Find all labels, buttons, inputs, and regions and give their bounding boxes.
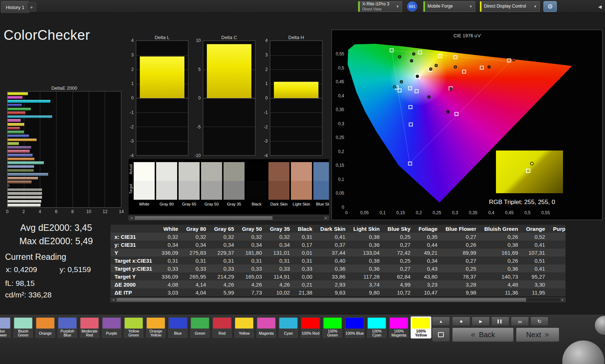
deltae-x-tick-label: 12 bbox=[103, 209, 107, 214]
table-scrollbar[interactable]: ◄ ► bbox=[110, 297, 566, 302]
swatch-blue-sky[interactable]: Blue Sky bbox=[313, 162, 329, 208]
delta-h-tick-label: 3 bbox=[265, 52, 268, 58]
delta-h-ticks: 43210-1-2-3-4 bbox=[260, 41, 269, 156]
chevron-down-icon: ▼ bbox=[468, 5, 475, 8]
tab-history-1[interactable]: History 1 bbox=[1, 1, 29, 13]
cie-measured-dot bbox=[412, 52, 416, 55]
next-button[interactable]: Next » bbox=[516, 327, 559, 342]
swatch-scrollbar[interactable]: ◄ ► bbox=[129, 216, 329, 220]
results-table-row: ΔE ITP3,034,045,997,7310,0221,389,639,80… bbox=[110, 288, 566, 296]
results-table-cell: 0,31 bbox=[210, 257, 238, 264]
patch-blue[interactable]: Blue bbox=[167, 316, 188, 339]
patch-100-cyan[interactable]: 100% Cyan bbox=[366, 316, 387, 339]
patch-cyan[interactable]: Cyan bbox=[278, 316, 299, 339]
patch-blue-flower[interactable]: Blue Flower bbox=[0, 316, 12, 339]
back-button[interactable]: « Back bbox=[452, 327, 514, 342]
deltae-bar-row-dark-skin bbox=[8, 181, 121, 183]
swatch-gray-80[interactable]: Gray 80 bbox=[156, 162, 177, 208]
results-table-cell: 0,33 bbox=[182, 264, 210, 272]
current-cdm2: cd/m²: 336,28 bbox=[5, 291, 51, 299]
swatch-white[interactable]: White bbox=[134, 162, 155, 208]
swatch-black[interactable]: Black bbox=[246, 162, 267, 208]
swatch-target-color bbox=[291, 181, 312, 200]
cie-title: CIE 1976 u'v' bbox=[332, 33, 603, 38]
reading-count-badge: 691 bbox=[407, 1, 417, 12]
back-chevron-icon: « bbox=[471, 330, 475, 339]
patch-100-yellow[interactable]: 100% Yellow bbox=[410, 316, 431, 339]
page-up-button[interactable]: ▲ bbox=[432, 317, 450, 326]
results-table-body: x: CIE310,320,320,320,320,320,310,410,38… bbox=[110, 233, 566, 296]
meter-dropdown[interactable]: X-Rite i1Pro 3 Direct View ▼ bbox=[358, 1, 402, 12]
results-table-cell: 181,80 bbox=[238, 249, 266, 257]
results-table-cell: 0,36 bbox=[316, 264, 349, 272]
scroll-left-arrow[interactable]: ◄ bbox=[111, 298, 116, 302]
results-table-cell: 0,43 bbox=[414, 264, 442, 272]
results-table-cell: 3,03 bbox=[158, 288, 182, 296]
patch-yellow-green[interactable]: Yellow Green bbox=[123, 316, 144, 339]
scroll-left-arrow[interactable]: ◄ bbox=[129, 216, 134, 220]
patch-100-blue[interactable]: 100% Blue bbox=[344, 316, 365, 339]
swatch-dark-skin[interactable]: Dark Skin bbox=[268, 162, 289, 208]
delta-l-tick-label: -2 bbox=[130, 124, 134, 130]
results-table-cell: 0,00 bbox=[294, 272, 316, 280]
cie-measured-dot bbox=[427, 95, 431, 98]
swatch-label: White bbox=[134, 200, 155, 208]
scroll-right-arrow[interactable]: ► bbox=[560, 298, 565, 302]
patch-yellow[interactable]: Yellow bbox=[234, 316, 255, 339]
loop-button[interactable]: ∞ bbox=[511, 317, 529, 326]
display-control-dropdown[interactable]: Direct Display Control ▼ bbox=[480, 1, 540, 12]
patch-100-red[interactable]: 100% Red bbox=[300, 316, 321, 339]
swatch-scrollbar-thumb[interactable] bbox=[135, 216, 272, 220]
deltae-bar-row-orange-yellow bbox=[8, 139, 121, 141]
swatch-gray-65[interactable]: Gray 65 bbox=[179, 162, 200, 208]
results-table-cell: 0,41 bbox=[316, 233, 349, 241]
play-button[interactable]: ▶ bbox=[472, 317, 490, 326]
patch-label: Orange bbox=[35, 329, 55, 338]
settings-button[interactable]: ⚙ bbox=[543, 1, 557, 12]
results-table-cell: 5,99 bbox=[210, 288, 238, 296]
swatch-gray-50[interactable]: Gray 50 bbox=[201, 162, 222, 208]
patch-purple[interactable]: Purple bbox=[101, 316, 122, 339]
patch-bluish-green[interactable]: Bluish Green bbox=[13, 316, 34, 339]
chevron-up-icon: ▲ bbox=[439, 319, 443, 323]
swatch-target-color bbox=[224, 181, 245, 200]
results-table-column-header: Black bbox=[294, 225, 316, 233]
results-table-row-label: ΔE 2000 bbox=[110, 280, 158, 288]
patch-100-magenta[interactable]: 100% Magenta bbox=[388, 316, 409, 339]
scroll-right-arrow[interactable]: ► bbox=[324, 216, 329, 220]
swatch-label: Blue Sky bbox=[313, 200, 329, 208]
pause-button[interactable]: ▌▌ bbox=[491, 317, 509, 326]
patch-100-green[interactable]: 100% Green bbox=[322, 316, 343, 339]
new-tab-button[interactable]: + bbox=[27, 2, 36, 12]
page-title: ColorChecker bbox=[4, 27, 90, 43]
results-table-cell: 4,04 bbox=[182, 288, 210, 296]
collapse-panel-button[interactable]: ◀ bbox=[596, 3, 604, 10]
cie-target-square bbox=[462, 70, 466, 74]
swatch-light-skin[interactable]: Light Skin bbox=[291, 162, 312, 208]
results-table-cell: 39,50 bbox=[549, 272, 566, 280]
delta-h-tick-label: -1 bbox=[264, 110, 268, 115]
swatch-gray-35[interactable]: Gray 35 bbox=[224, 162, 245, 208]
layout-button[interactable] bbox=[432, 327, 450, 342]
patch-red[interactable]: Red bbox=[212, 316, 233, 339]
deltae-bar bbox=[8, 139, 37, 141]
patch-magenta[interactable]: Magenta bbox=[256, 316, 277, 339]
patch-orange-yellow[interactable]: Orange Yellow bbox=[145, 316, 166, 339]
table-scrollbar-thumb[interactable] bbox=[117, 298, 526, 301]
patch-moderate-red[interactable]: Moderate Red bbox=[79, 316, 100, 339]
cie-target-square bbox=[455, 112, 459, 116]
delta-h-tick-label: 0 bbox=[265, 96, 268, 101]
delta-c-tick-label: 5 bbox=[198, 67, 201, 72]
cie-y-tick-label: 0,05 bbox=[332, 191, 344, 196]
deltae-bar bbox=[8, 161, 44, 164]
refresh-button[interactable]: ↻ bbox=[530, 317, 548, 326]
source-dropdown[interactable]: Mobile Forge ▼ bbox=[423, 1, 475, 12]
results-table-cell: 11,95 bbox=[522, 288, 549, 296]
patch-orange[interactable]: Orange bbox=[35, 316, 56, 339]
patch-green[interactable]: Green bbox=[189, 316, 210, 339]
stop-button[interactable]: ■ bbox=[452, 317, 470, 326]
delta-l-tick-label: -1 bbox=[130, 110, 134, 115]
patch-color-swatch bbox=[390, 318, 408, 329]
patch-purplish-blue[interactable]: Purplish Blue bbox=[57, 316, 78, 339]
results-table-cell: 4,26 bbox=[238, 280, 266, 288]
